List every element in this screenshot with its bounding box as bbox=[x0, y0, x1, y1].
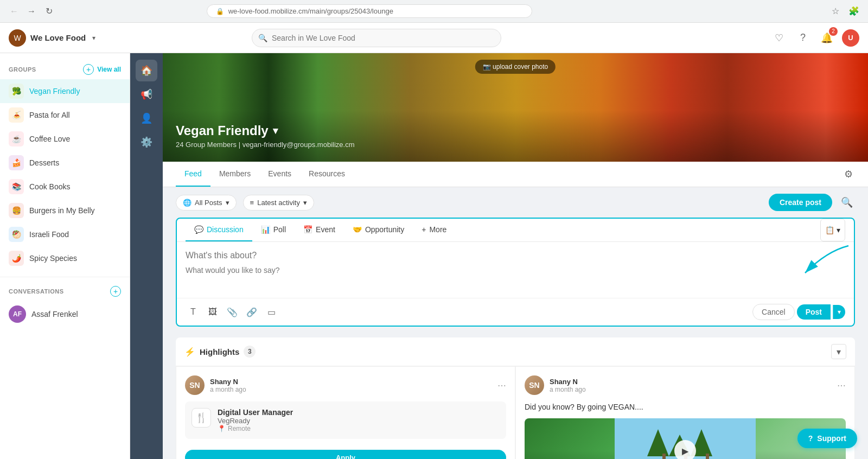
create-post-button[interactable]: Create post bbox=[769, 194, 832, 211]
secondary-sidebar: 🏠 📢 👤 ⚙️ bbox=[130, 53, 163, 459]
sidebar-item-spicy[interactable]: 🌶️ Spicy Species bbox=[0, 246, 130, 270]
browser-chrome: ← → ↻ 🔒 we-love-food.mobilize.cm/main/gr… bbox=[0, 0, 868, 23]
view-all-button[interactable]: View all bbox=[97, 66, 121, 73]
composer-tab-opportunity[interactable]: 🤝 Opportunity bbox=[344, 219, 413, 241]
tab-members[interactable]: Members bbox=[210, 162, 259, 187]
composer-toolbar: T 🖼 📎 🔗 ▭ Cancel Post ▾ bbox=[177, 298, 854, 326]
filter-chevron: ▾ bbox=[226, 199, 229, 207]
card-2-more-button[interactable]: ⋯ bbox=[837, 380, 846, 391]
tab-feed[interactable]: Feed bbox=[176, 162, 210, 187]
vegan-friendly-icon: 🥦 bbox=[9, 84, 24, 99]
highlights-cards: SN Shany N a month ago ⋯ 🍴 Digital User … bbox=[176, 366, 855, 459]
home-nav-button[interactable]: 🏠 bbox=[136, 60, 157, 81]
heart-button[interactable]: ♡ bbox=[770, 29, 788, 47]
latest-activity-filter[interactable]: ≡ Latest activity ▾ bbox=[243, 195, 314, 211]
add-group-button[interactable]: + bbox=[83, 64, 94, 75]
search-wrapper: 🔍 bbox=[252, 29, 501, 47]
settings-nav-button[interactable]: ⚙️ bbox=[136, 131, 157, 153]
highlight-card-1[interactable]: SN Shany N a month ago ⋯ 🍴 Digital User … bbox=[176, 366, 515, 459]
app-header: W We Love Food ▾ 🔍 ♡ ? 🔔 2 U bbox=[0, 23, 868, 53]
support-icon: ? bbox=[808, 434, 813, 443]
sidebar-item-pasta[interactable]: 🍝 Pasta for All bbox=[0, 103, 130, 127]
highlights-header: ⚡ Highlights 3 ▾ bbox=[176, 337, 855, 366]
text-format-button[interactable]: T bbox=[186, 304, 201, 320]
embed-button[interactable]: ▭ bbox=[264, 304, 279, 320]
conversations-label: CONVERSATIONS bbox=[9, 288, 64, 295]
composer-tab-discussion[interactable]: 💬 Discussion bbox=[186, 219, 252, 241]
post-options-button[interactable]: ▾ bbox=[833, 305, 845, 319]
composer-tab-more[interactable]: + More bbox=[413, 219, 455, 241]
post-content-input[interactable] bbox=[186, 266, 845, 288]
job-icon: 🍴 bbox=[192, 408, 211, 428]
event-icon: 📅 bbox=[303, 225, 312, 234]
highlights-icon: ⚡ bbox=[184, 347, 195, 357]
job-location: 📍 Remote bbox=[218, 425, 293, 432]
help-button[interactable]: ? bbox=[794, 29, 812, 47]
assaf-avatar: AF bbox=[9, 305, 26, 323]
link-button[interactable]: 🔗 bbox=[244, 304, 259, 320]
cookbooks-icon: 📚 bbox=[9, 179, 24, 194]
group-settings-button[interactable]: ⚙ bbox=[842, 166, 855, 182]
tab-resources[interactable]: Resources bbox=[300, 162, 354, 187]
group-banner: Vegan Friendly ▾ 24 Group Members | vega… bbox=[163, 53, 868, 162]
conversations-section-header: CONVERSATIONS + bbox=[0, 284, 130, 301]
card-1-author: Shany N bbox=[210, 378, 492, 386]
members-nav-button[interactable]: 👤 bbox=[136, 107, 157, 129]
highlights-collapse-button[interactable]: ▾ bbox=[831, 344, 846, 359]
search-icon: 🔍 bbox=[258, 34, 267, 42]
support-button[interactable]: ? Support bbox=[797, 429, 857, 448]
more-icon: + bbox=[422, 225, 426, 234]
post-button[interactable]: Post bbox=[797, 304, 831, 320]
highlights-title: ⚡ Highlights 3 bbox=[184, 346, 256, 358]
card-1-more-button[interactable]: ⋯ bbox=[497, 380, 506, 391]
extensions-btn[interactable]: 🧩 bbox=[846, 4, 861, 19]
app-name: We Love Food bbox=[30, 33, 86, 42]
image-upload-button[interactable]: 🖼 bbox=[205, 304, 220, 320]
feed-toolbar: 🌐 All Posts ▾ ≡ Latest activity ▾ Create… bbox=[163, 187, 868, 218]
header-search: 🔍 bbox=[252, 29, 501, 47]
all-posts-filter[interactable]: 🌐 All Posts ▾ bbox=[176, 195, 237, 211]
play-button[interactable]: ▶ bbox=[674, 440, 696, 459]
add-conversation-button[interactable]: + bbox=[110, 286, 121, 297]
composer-actions: Cancel Post ▾ bbox=[752, 304, 845, 320]
sidebar-item-label: Burgers in My Belly bbox=[29, 206, 95, 215]
sidebar-item-israeli[interactable]: 🥙 Israeli Food bbox=[0, 222, 130, 246]
notifications-button[interactable]: 🔔 2 bbox=[818, 29, 835, 47]
composer-tab-event[interactable]: 📅 Event bbox=[295, 219, 344, 241]
card-2-time: a month ago bbox=[550, 386, 832, 393]
search-posts-button[interactable]: 🔍 bbox=[839, 194, 855, 211]
lock-icon: 🔒 bbox=[216, 8, 224, 15]
card-1-meta: Shany N a month ago bbox=[210, 378, 492, 393]
composer-visibility-selector[interactable]: 📋 ▾ bbox=[820, 219, 845, 241]
search-input[interactable] bbox=[252, 29, 501, 47]
sidebar-item-coffee[interactable]: ☕ Coffee Love bbox=[0, 127, 130, 151]
reload-button[interactable]: ↻ bbox=[41, 4, 56, 19]
sidebar-divider bbox=[0, 277, 130, 277]
bookmark-btn[interactable]: ☆ bbox=[828, 4, 843, 19]
address-bar[interactable]: 🔒 we-love-food.mobilize.cm/main/groups/2… bbox=[207, 4, 532, 18]
app-logo[interactable]: W We Love Food ▾ bbox=[9, 29, 117, 47]
groups-label: GROUPS bbox=[9, 66, 36, 73]
all-posts-icon: 🌐 bbox=[183, 199, 192, 207]
back-button[interactable]: ← bbox=[7, 4, 22, 19]
post-composer: 💬 Discussion 📊 Poll 📅 Event 🤝 Opportunit… bbox=[176, 218, 855, 327]
cancel-post-button[interactable]: Cancel bbox=[752, 304, 795, 320]
upload-cover-button[interactable]: 📷 upload cover photo bbox=[475, 60, 556, 74]
user-avatar[interactable]: U bbox=[842, 29, 859, 47]
attachment-button[interactable]: 📎 bbox=[225, 304, 240, 320]
announcements-nav-button[interactable]: 📢 bbox=[136, 84, 157, 105]
forward-button[interactable]: → bbox=[24, 4, 39, 19]
post-title-input[interactable] bbox=[186, 251, 845, 260]
sidebar-item-vegan-friendly[interactable]: 🥦 Vegan Friendly bbox=[0, 79, 130, 103]
sidebar-item-desserts[interactable]: 🍰 Desserts bbox=[0, 151, 130, 175]
visibility-icon: 📋 bbox=[825, 226, 834, 234]
tab-events[interactable]: Events bbox=[259, 162, 300, 187]
conversation-item-assaf[interactable]: AF Assaf Frenkel bbox=[0, 301, 130, 327]
group-nav-actions: ⚙ bbox=[842, 166, 855, 182]
sidebar-item-cookbooks[interactable]: 📚 Cook Books bbox=[0, 175, 130, 199]
composer-tab-poll[interactable]: 📊 Poll bbox=[252, 219, 295, 241]
group-banner-overlay: Vegan Friendly ▾ 24 Group Members | vega… bbox=[163, 110, 868, 162]
job-details: Digital User Manager VegReady 📍 Remote bbox=[218, 408, 293, 432]
apply-button[interactable]: Apply bbox=[185, 450, 506, 459]
sidebar-item-burgers[interactable]: 🍔 Burgers in My Belly bbox=[0, 199, 130, 222]
